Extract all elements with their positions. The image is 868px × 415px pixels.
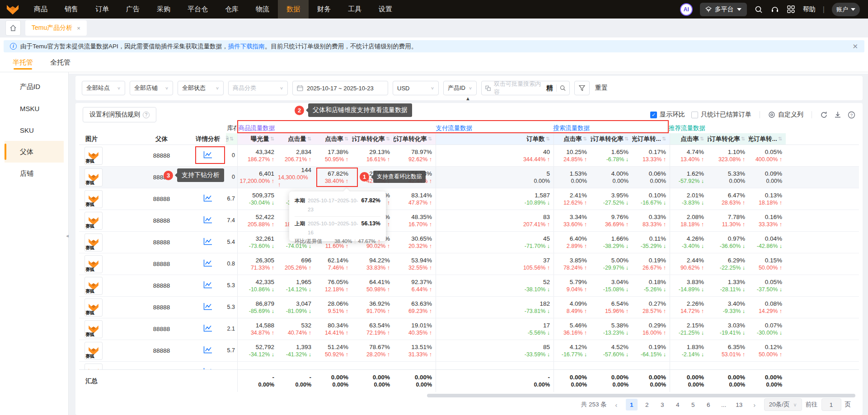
shop-select[interactable]: 全部店铺∨ bbox=[130, 81, 173, 95]
group-label[interactable]: 搜索流量数据 bbox=[551, 124, 667, 132]
nav-item-采购[interactable]: 采购 bbox=[148, 0, 179, 19]
sort-icon[interactable]: ⇅ bbox=[428, 136, 432, 142]
detail-analysis-button[interactable] bbox=[190, 318, 226, 340]
line-chart-icon[interactable] bbox=[203, 281, 212, 290]
category-select[interactable]: 商品分类∨ bbox=[228, 81, 288, 95]
line-chart-icon[interactable] bbox=[203, 368, 212, 369]
detail-analysis-button[interactable] bbox=[190, 362, 226, 369]
sort-icon[interactable]: ⇅ bbox=[344, 136, 348, 142]
detail-analysis-button[interactable] bbox=[190, 188, 226, 210]
detail-analysis-button[interactable] bbox=[190, 340, 226, 361]
home-tab[interactable] bbox=[5, 20, 21, 36]
product-thumbnail[interactable]: 赛狐 bbox=[84, 364, 103, 370]
group-label[interactable]: 商品流量数据 bbox=[236, 124, 434, 132]
sort-icon[interactable]: ⇅ bbox=[662, 136, 666, 142]
product-thumbnail[interactable]: 赛狐 bbox=[84, 342, 103, 360]
sidebar-item-SKU[interactable]: SKU bbox=[5, 119, 64, 141]
only-settled-checkbox[interactable]: 只统计已结算订单 bbox=[691, 111, 751, 119]
page-size-select[interactable]: 20条/页∨ bbox=[764, 398, 802, 411]
batch-search-input[interactable]: 双击可批量搜索内容 精 bbox=[481, 81, 570, 95]
goto-page-input[interactable]: 1 bbox=[821, 398, 841, 411]
sort-icon[interactable]: ⇅ bbox=[741, 136, 745, 142]
nav-item-仓库[interactable]: 仓库 bbox=[216, 0, 247, 19]
line-chart-icon[interactable] bbox=[203, 324, 212, 334]
header-stock-clipped[interactable]: ?⇅ bbox=[226, 133, 237, 145]
download-icon[interactable] bbox=[834, 111, 841, 118]
status-select[interactable]: 全部状态∨ bbox=[178, 81, 224, 95]
subtab-全托管[interactable]: 全托管 bbox=[50, 53, 70, 72]
sort-icon[interactable]: ⇅ bbox=[624, 136, 629, 142]
page-button-4[interactable]: 4 bbox=[672, 399, 684, 410]
detail-analysis-button[interactable] bbox=[190, 297, 226, 318]
detail-analysis-button[interactable] bbox=[190, 232, 226, 253]
header-曝光订单转...-8[interactable]: 曝光订单转...⇅ bbox=[632, 133, 670, 145]
next-page-button[interactable]: › bbox=[749, 399, 760, 410]
nav-item-平台仓[interactable]: 平台仓 bbox=[179, 0, 216, 19]
tab-temu-product-analysis[interactable]: Temu产品分析 × bbox=[25, 20, 87, 36]
ai-assistant-button[interactable]: AI bbox=[680, 3, 693, 16]
line-chart-icon[interactable] bbox=[203, 216, 212, 225]
header-点击订单转化率-10[interactable]: 点击订单转化率⇅ bbox=[708, 133, 749, 145]
help-link[interactable]: 帮助 bbox=[803, 5, 816, 14]
page-button-6[interactable]: 6 bbox=[703, 399, 714, 410]
product-thumbnail[interactable]: 赛狐 bbox=[84, 168, 103, 187]
currency-select[interactable]: USD∨ bbox=[393, 81, 439, 95]
nav-item-数据[interactable]: 数据 bbox=[278, 0, 309, 19]
headset-support-icon[interactable] bbox=[770, 5, 779, 14]
prev-page-button[interactable]: ‹ bbox=[610, 399, 622, 410]
line-chart-icon[interactable] bbox=[203, 238, 212, 247]
line-chart-icon[interactable] bbox=[203, 303, 212, 312]
sort-icon[interactable]: ⇅ bbox=[778, 136, 782, 142]
nav-item-设置[interactable]: 设置 bbox=[370, 0, 401, 19]
multi-platform-selector[interactable]: 多平台 bbox=[700, 3, 747, 16]
sort-icon[interactable]: ⇅ bbox=[307, 136, 311, 142]
nav-item-销售[interactable]: 销售 bbox=[56, 0, 87, 19]
account-menu[interactable]: 账户 bbox=[832, 3, 860, 16]
nav-item-物流[interactable]: 物流 bbox=[247, 0, 278, 19]
header-订单数-5[interactable]: 订单数⇅ bbox=[436, 133, 554, 145]
sidebar-item-父体[interactable]: 父体 bbox=[5, 141, 64, 163]
table-help-icon[interactable]: ? bbox=[848, 111, 855, 119]
app-logo-fox-icon[interactable] bbox=[0, 4, 25, 15]
sort-icon[interactable]: ⇅ bbox=[583, 136, 587, 142]
sidebar-collapse-handle[interactable]: ◂ bbox=[66, 229, 71, 242]
apps-grid-icon[interactable] bbox=[787, 5, 796, 14]
product-thumbnail[interactable]: 赛狐 bbox=[84, 320, 103, 338]
sort-icon[interactable]: ⇅ bbox=[700, 136, 704, 142]
header-点击率-6[interactable]: 点击率⇅ bbox=[554, 133, 591, 145]
line-chart-icon[interactable] bbox=[203, 259, 212, 269]
detail-analysis-button[interactable] bbox=[190, 275, 226, 296]
refresh-icon[interactable] bbox=[820, 111, 828, 119]
profit-rule-button[interactable]: 设置利润预估规则? bbox=[83, 107, 156, 122]
header-点击订单转化率-7[interactable]: 点击订单转化率⇅ bbox=[591, 133, 632, 145]
advanced-filter-button[interactable] bbox=[574, 81, 590, 95]
nav-item-工具[interactable]: 工具 bbox=[339, 0, 370, 19]
product-thumbnail[interactable]: 赛狐 bbox=[84, 212, 103, 230]
group-label[interactable]: 推荐流量数据 bbox=[667, 124, 783, 132]
detail-analysis-button[interactable] bbox=[190, 145, 226, 166]
group-label[interactable]: 库存 bbox=[225, 124, 237, 132]
show-ratio-checkbox[interactable]: ✓显示环比 bbox=[650, 111, 685, 119]
subtab-半托管[interactable]: 半托管 bbox=[13, 53, 33, 72]
line-chart-icon[interactable] bbox=[203, 151, 212, 160]
horizontal-scrollbar[interactable] bbox=[427, 394, 855, 397]
exact-match-toggle[interactable]: 精 bbox=[546, 84, 553, 93]
search-type-select[interactable]: 产品ID∨ bbox=[443, 81, 477, 95]
detail-analysis-button[interactable] bbox=[190, 210, 226, 231]
search-submit-icon[interactable] bbox=[560, 85, 566, 91]
close-tab-icon[interactable]: × bbox=[77, 25, 80, 32]
sort-icon[interactable]: ⇅ bbox=[386, 136, 390, 142]
line-chart-icon[interactable] bbox=[203, 194, 212, 204]
group-label[interactable]: 支付流量数据 bbox=[434, 124, 551, 132]
sort-icon[interactable]: ⇅ bbox=[230, 136, 234, 142]
header-点击率-9[interactable]: 点击率⇅ bbox=[670, 133, 708, 145]
sort-icon[interactable]: ⇅ bbox=[546, 136, 550, 142]
collapse-caret-icon[interactable]: ▲ bbox=[465, 96, 470, 101]
product-thumbnail[interactable]: 赛狐 bbox=[84, 233, 103, 252]
sidebar-item-MSKU[interactable]: MSKU bbox=[5, 98, 64, 119]
product-thumbnail[interactable]: 赛狐 bbox=[84, 190, 103, 208]
sort-icon[interactable]: ⇅ bbox=[270, 136, 274, 142]
header-点击量-1[interactable]: 点击量⇅ bbox=[278, 133, 315, 145]
nav-item-订单[interactable]: 订单 bbox=[87, 0, 117, 19]
sidebar-item-店铺[interactable]: 店铺 bbox=[5, 163, 64, 184]
